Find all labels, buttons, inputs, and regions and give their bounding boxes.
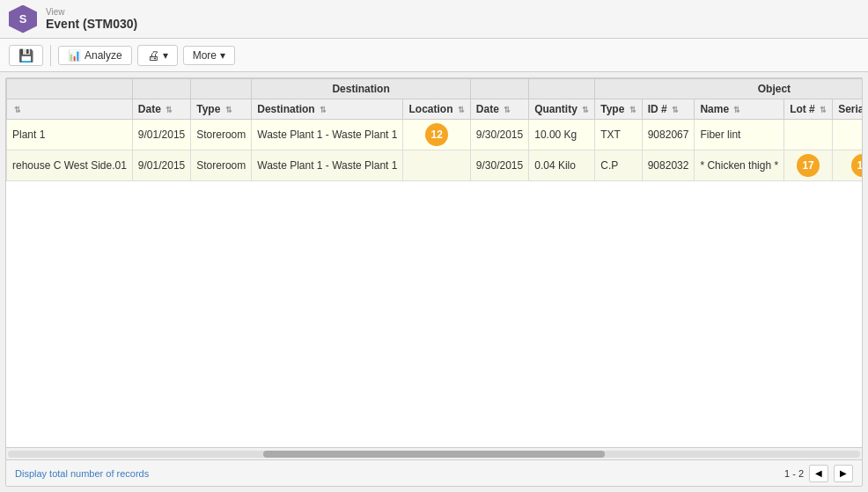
horizontal-scrollbar[interactable] — [6, 447, 862, 459]
cell-quantity-2: 0.04 Kilo — [529, 151, 595, 181]
page-title: Event (STM030) — [46, 17, 137, 31]
cell-type-1: Storeroom — [191, 120, 252, 151]
cell-name-1: Fiber lint — [695, 120, 784, 151]
table-footer: Display total number of records 1 - 2 ◀ … — [6, 459, 862, 486]
cell-location-1: 12 — [403, 120, 470, 151]
cell-date2-1: 9/30/2015 — [470, 120, 528, 151]
sort-icon-destination: ⇅ — [320, 106, 327, 114]
cell-type2-1: TXT — [595, 120, 642, 151]
sort-icon-type2: ⇅ — [629, 106, 636, 114]
more-label: More — [193, 49, 217, 62]
save-button[interactable]: 💾 — [9, 45, 43, 66]
sort-icon-id: ⇅ — [672, 106, 679, 114]
col-header-location[interactable]: Location ⇅ — [403, 99, 470, 120]
save-icon: 💾 — [18, 48, 33, 62]
cell-source-1: Plant 1 — [7, 120, 133, 151]
cell-type-2: Storeroom — [191, 151, 252, 181]
col-header-destination[interactable]: Destination ⇅ — [252, 99, 403, 120]
analyze-icon: 📊 — [68, 49, 81, 62]
group-header-row: Destination Object — [7, 79, 863, 99]
col-label-type2: Type — [600, 103, 624, 115]
col-header-serial[interactable]: Serial # ⇅ — [833, 99, 862, 120]
badge-17: 17 — [797, 154, 820, 177]
prev-page-button[interactable]: ◀ — [809, 465, 828, 482]
logo-text: S — [19, 12, 27, 26]
group-header-object: Object — [595, 79, 862, 99]
sort-icon-name: ⇅ — [733, 106, 740, 114]
cell-destination-2: Waste Plant 1 - Waste Plant 1 — [252, 151, 403, 181]
group-header-qty-empty — [529, 79, 595, 99]
group-header-date1-empty — [132, 79, 190, 99]
col-label-serial: Serial # — [838, 103, 862, 115]
cell-quantity-1: 10.00 Kg — [529, 120, 595, 151]
app-logo: S — [9, 5, 37, 33]
app-header: S View Event (STM030) — [0, 0, 868, 39]
analyze-label: Analyze — [85, 49, 122, 62]
cell-date1-2: 9/01/2015 — [132, 151, 190, 181]
col-label-name: Name — [700, 103, 729, 115]
col-label-date1: Date — [138, 103, 161, 115]
sort-icon-type: ⇅ — [225, 106, 232, 114]
next-page-button[interactable]: ▶ — [834, 465, 853, 482]
col-label-date2: Date — [476, 103, 499, 115]
more-button[interactable]: More ▾ — [183, 46, 235, 65]
sort-icon-lot: ⇅ — [820, 106, 827, 114]
print-icon: 🖨 — [147, 48, 159, 62]
scrollbar-thumb[interactable] — [263, 451, 604, 458]
cell-id-2: 9082032 — [642, 151, 695, 181]
main-content: Destination Object ⇅ Date ⇅ Type — [5, 77, 863, 487]
col-header-id[interactable]: ID # ⇅ — [642, 99, 695, 120]
more-dropdown-icon: ▾ — [220, 49, 225, 62]
sort-icon-source: ⇅ — [14, 106, 21, 114]
badge-12: 12 — [425, 123, 448, 146]
display-total-link[interactable]: Display total number of records — [15, 468, 149, 479]
group-header-empty — [7, 79, 133, 99]
pagination-text: 1 - 2 — [784, 468, 804, 479]
column-header-row: ⇅ Date ⇅ Type ⇅ Destination ⇅ — [7, 99, 863, 120]
col-label-location: Location — [408, 103, 452, 115]
print-dropdown-icon: ▾ — [163, 49, 168, 62]
cell-id-1: 9082067 — [642, 120, 695, 151]
table-row: rehouse C West Side.01 9/01/2015 Storero… — [7, 151, 863, 181]
cell-lot-1 — [784, 120, 833, 151]
col-header-source[interactable]: ⇅ — [7, 99, 133, 120]
col-label-lot: Lot # — [790, 103, 815, 115]
scrollbar-track[interactable] — [8, 451, 860, 458]
badge-18: 18 — [851, 154, 862, 177]
sort-icon-date1: ⇅ — [166, 106, 173, 114]
analyze-button[interactable]: 📊 Analyze — [58, 46, 132, 65]
group-header-type-empty — [191, 79, 252, 99]
pagination-area: 1 - 2 ◀ ▶ — [784, 465, 853, 482]
cell-source-2: rehouse C West Side.01 — [7, 151, 133, 181]
group-header-destination: Destination — [252, 79, 471, 99]
header-text-group: View Event (STM030) — [46, 7, 137, 31]
cell-type2-2: C.P — [595, 151, 642, 181]
cell-date1-1: 9/01/2015 — [132, 120, 190, 151]
col-header-date2[interactable]: Date ⇅ — [470, 99, 528, 120]
table-container[interactable]: Destination Object ⇅ Date ⇅ Type — [6, 78, 862, 447]
sort-icon-date2: ⇅ — [504, 106, 511, 114]
table-body: Plant 1 9/01/2015 Storeroom Waste Plant … — [7, 120, 863, 181]
col-header-type2[interactable]: Type ⇅ — [595, 99, 642, 120]
cell-destination-1: Waste Plant 1 - Waste Plant 1 — [252, 120, 403, 151]
cell-lot-2: 17 — [784, 151, 833, 181]
col-label-type: Type — [196, 103, 220, 115]
sort-icon-quantity: ⇅ — [582, 106, 589, 114]
col-header-quantity[interactable]: Quantity ⇅ — [529, 99, 595, 120]
toolbar-divider-1 — [50, 45, 51, 66]
cell-date2-2: 9/30/2015 — [470, 151, 528, 181]
cell-location-2 — [403, 151, 470, 181]
col-label-destination: Destination — [257, 103, 314, 115]
group-header-date2-empty — [470, 79, 528, 99]
cell-serial-2: 18 — [833, 151, 862, 181]
cell-name-2: * Chicken thigh * — [695, 151, 784, 181]
view-label: View — [46, 7, 137, 17]
cell-serial-1 — [833, 120, 862, 151]
col-label-quantity: Quantity — [534, 103, 577, 115]
col-header-lot[interactable]: Lot # ⇅ — [784, 99, 833, 120]
col-header-date1[interactable]: Date ⇅ — [132, 99, 190, 120]
col-header-type[interactable]: Type ⇅ — [191, 99, 252, 120]
col-header-name[interactable]: Name ⇅ — [695, 99, 784, 120]
print-button[interactable]: 🖨 ▾ — [137, 45, 178, 66]
table-row: Plant 1 9/01/2015 Storeroom Waste Plant … — [7, 120, 863, 151]
